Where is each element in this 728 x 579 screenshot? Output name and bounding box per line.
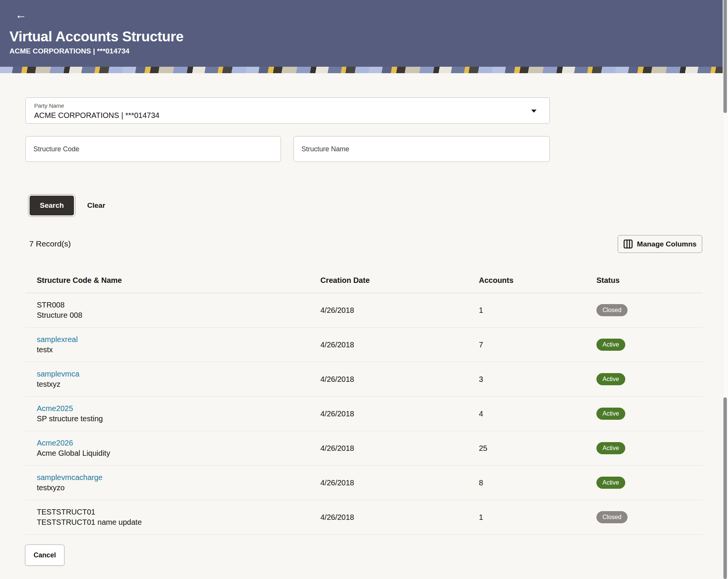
structure-code-link[interactable]: samplevmca bbox=[37, 370, 320, 378]
columns-icon bbox=[623, 239, 633, 249]
accounts-cell: 3 bbox=[479, 375, 596, 384]
table-row: samplevmca testxyz 4/26/2018 3 Active bbox=[25, 362, 703, 397]
status-badge: Active bbox=[596, 373, 625, 385]
creation-date-cell: 4/26/2018 bbox=[320, 306, 479, 315]
creation-date-cell: 4/26/2018 bbox=[320, 479, 479, 487]
structure-name-text: testxyz bbox=[37, 380, 320, 389]
status-badge: Active bbox=[596, 477, 625, 489]
party-name-label: Party Name bbox=[34, 102, 64, 109]
party-name-select[interactable]: Party Name ACME CORPORATIONS | ***014734 bbox=[25, 97, 550, 124]
scrollbar-thumb-top[interactable] bbox=[723, 0, 727, 113]
structure-name-text: testxyzo bbox=[37, 483, 320, 492]
back-arrow-icon[interactable]: ← bbox=[13, 8, 29, 21]
clear-button[interactable]: Clear bbox=[83, 196, 109, 215]
structure-code-link[interactable]: Acme2025 bbox=[37, 404, 320, 413]
structure-code-text: TESTSTRUCT01 bbox=[37, 508, 320, 516]
decorative-pattern-strip bbox=[0, 67, 728, 73]
manage-columns-button[interactable]: Manage Columns bbox=[618, 235, 702, 253]
creation-date-cell: 4/26/2018 bbox=[320, 513, 479, 522]
accounts-cell: 7 bbox=[479, 340, 596, 349]
record-count: 7 Record(s) bbox=[29, 239, 71, 248]
structure-code-text: STR008 bbox=[37, 301, 320, 309]
structure-name-text: Structure 008 bbox=[37, 311, 320, 320]
table-row: samplevmcacharge testxyzo 4/26/2018 8 Ac… bbox=[25, 466, 703, 500]
structures-table: Structure Code & Name Creation Date Acco… bbox=[25, 268, 703, 535]
creation-date-cell: 4/26/2018 bbox=[320, 410, 479, 418]
column-header: Accounts bbox=[479, 276, 596, 285]
party-name-value: ACME CORPORATIONS | ***014734 bbox=[34, 111, 160, 120]
status-badge: Active bbox=[596, 442, 625, 454]
structure-name-text: Acme Global Liquidity bbox=[37, 449, 320, 458]
structure-code-link[interactable]: samplexreal bbox=[37, 335, 320, 344]
accounts-cell: 8 bbox=[479, 479, 596, 487]
column-header: Creation Date bbox=[320, 276, 479, 285]
column-header: Status bbox=[596, 276, 703, 285]
accounts-cell: 4 bbox=[479, 410, 596, 418]
page-header: ← Virtual Accounts Structure ACME CORPOR… bbox=[0, 0, 728, 67]
structure-code-link[interactable]: samplevmcacharge bbox=[37, 473, 320, 482]
creation-date-cell: 4/26/2018 bbox=[320, 375, 479, 384]
accounts-cell: 1 bbox=[479, 306, 596, 315]
table-header-row: Structure Code & Name Creation Date Acco… bbox=[25, 268, 703, 293]
accounts-cell: 1 bbox=[479, 513, 596, 522]
accounts-cell: 25 bbox=[479, 444, 596, 453]
column-header: Structure Code & Name bbox=[25, 276, 320, 285]
table-row: samplexreal testx 4/26/2018 7 Active bbox=[25, 328, 703, 362]
page-subtitle: ACME CORPORATIONS | ***014734 bbox=[9, 47, 129, 55]
structure-name-text: testx bbox=[37, 345, 320, 354]
status-badge: Closed bbox=[596, 511, 628, 523]
structure-name-text: SP structure testing bbox=[37, 414, 320, 423]
status-badge: Active bbox=[596, 408, 625, 420]
table-row: STR008 Structure 008 4/26/2018 1 Closed bbox=[25, 293, 703, 328]
structure-code-link[interactable]: Acme2026 bbox=[37, 439, 320, 447]
structure-code-input[interactable] bbox=[25, 136, 281, 162]
structure-name-input[interactable] bbox=[293, 136, 550, 162]
creation-date-cell: 4/26/2018 bbox=[320, 340, 479, 349]
cancel-button[interactable]: Cancel bbox=[25, 544, 64, 566]
structure-name-text: TESTSTRUCT01 name update bbox=[37, 518, 320, 527]
chevron-down-icon bbox=[531, 110, 537, 113]
manage-columns-label: Manage Columns bbox=[637, 240, 697, 248]
search-button[interactable]: Search bbox=[30, 196, 74, 215]
creation-date-cell: 4/26/2018 bbox=[320, 444, 479, 453]
table-row: TESTSTRUCT01 TESTSTRUCT01 name update 4/… bbox=[25, 500, 703, 535]
status-badge: Closed bbox=[596, 304, 628, 316]
page-title: Virtual Accounts Structure bbox=[9, 29, 184, 45]
table-row: Acme2026 Acme Global Liquidity 4/26/2018… bbox=[25, 431, 703, 466]
scrollbar-thumb-bottom[interactable] bbox=[723, 397, 727, 579]
table-row: Acme2025 SP structure testing 4/26/2018 … bbox=[25, 397, 703, 431]
status-badge: Active bbox=[596, 339, 625, 351]
